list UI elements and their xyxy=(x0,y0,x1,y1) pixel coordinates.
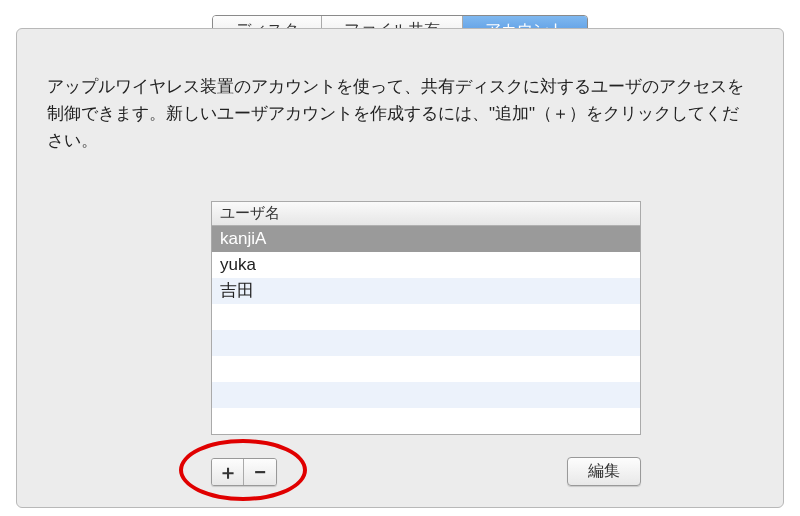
plus-icon: ＋ xyxy=(218,462,238,482)
table-body: kanjiA yuka 吉田 xyxy=(212,226,640,434)
settings-panel: アップルワイヤレス装置のアカウントを使って、共有ディスクに対するユーザのアクセス… xyxy=(16,28,784,508)
table-row[interactable] xyxy=(212,408,640,434)
edit-button[interactable]: 編集 xyxy=(567,457,641,486)
add-button[interactable]: ＋ xyxy=(212,459,244,485)
table-row[interactable] xyxy=(212,356,640,382)
table-row[interactable] xyxy=(212,382,640,408)
button-row: ＋ − 編集 xyxy=(211,457,641,486)
table-row[interactable] xyxy=(212,330,640,356)
description-text: アップルワイヤレス装置のアカウントを使って、共有ディスクに対するユーザのアクセス… xyxy=(47,73,753,155)
table-row[interactable]: kanjiA xyxy=(212,226,640,252)
table-row[interactable]: yuka xyxy=(212,252,640,278)
table-row[interactable]: 吉田 xyxy=(212,278,640,304)
user-table: ユーザ名 kanjiA yuka 吉田 xyxy=(211,201,641,435)
minus-icon: − xyxy=(254,462,266,482)
add-remove-group: ＋ − xyxy=(211,458,277,486)
table-row[interactable] xyxy=(212,304,640,330)
remove-button[interactable]: − xyxy=(244,459,276,485)
table-header-username[interactable]: ユーザ名 xyxy=(212,202,640,226)
